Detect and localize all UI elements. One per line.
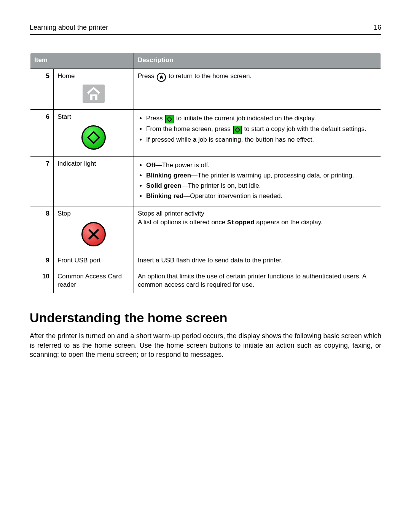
row-number: 9 <box>30 253 54 269</box>
start-icon <box>233 126 242 134</box>
table-row: 5 Home <box>30 69 381 110</box>
row-description: Stops all printer activity A list of opt… <box>134 206 381 253</box>
row-number: 10 <box>30 269 54 294</box>
section-body: After the printer is turned on and a sho… <box>30 331 381 359</box>
start-button-icon <box>81 125 106 150</box>
stop-button-icon <box>81 222 106 246</box>
table-row: 6 Start Press <box>30 110 381 157</box>
row-description: An option that limits the use of certain… <box>134 269 381 294</box>
row-item: Front USB port <box>54 253 134 269</box>
table-row: 9 Front USB port Insert a USB flash driv… <box>30 253 381 269</box>
row-number: 8 <box>30 206 54 253</box>
row-number: 5 <box>30 69 54 110</box>
row-item: Home <box>54 69 134 110</box>
home-button-icon <box>83 85 105 103</box>
section-heading: Understanding the home screen <box>30 309 381 327</box>
chapter-title: Learning about the printer <box>30 23 108 32</box>
running-header: Learning about the printer 16 <box>30 23 381 35</box>
row-item: Start <box>54 110 134 157</box>
table-row: 10 Common Access Card reader An option t… <box>30 269 381 294</box>
row-item: Indicator light <box>54 156 134 206</box>
item-name: Start <box>57 113 71 120</box>
table-row: 7 Indicator light Off—The power is off. … <box>30 156 381 206</box>
row-item: Stop <box>54 206 134 253</box>
start-icon <box>165 115 174 123</box>
home-icon <box>157 73 166 82</box>
row-description: Insert a USB flash drive to send data to… <box>134 253 381 269</box>
table-row: 8 Stop Stops all printer activity <box>30 206 381 253</box>
row-number: 6 <box>30 110 54 157</box>
row-description: Press to return to the home screen. <box>134 69 381 110</box>
column-item: Item <box>30 53 134 69</box>
row-description: Press to initiate the current job indica… <box>134 110 381 157</box>
row-number: 7 <box>30 156 54 206</box>
control-panel-table: Item Description 5 Home <box>30 52 381 294</box>
item-name: Stop <box>57 210 71 217</box>
svg-rect-1 <box>92 96 95 100</box>
row-description: Off—The power is off. Blinking green—The… <box>134 156 381 206</box>
item-name: Home <box>57 72 75 80</box>
page-number: 16 <box>374 23 381 32</box>
row-item: Common Access Card reader <box>54 269 134 294</box>
column-description: Description <box>134 53 381 69</box>
